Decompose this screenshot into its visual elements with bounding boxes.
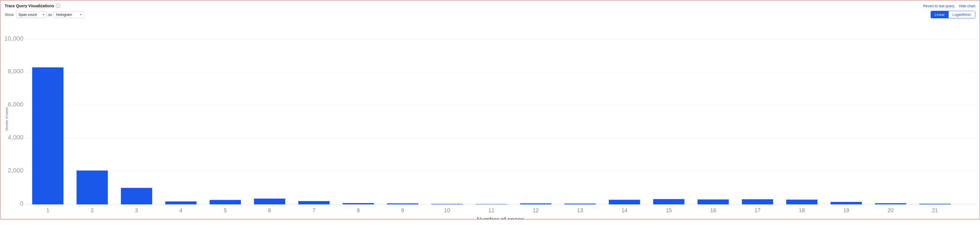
bar-11 (476, 204, 507, 205)
x-tick-1: 1 (46, 208, 49, 214)
x-tick-20: 20 (888, 208, 894, 214)
as-label: as (48, 13, 52, 17)
controls-row: Show Span count ▾ as histogram ▾ Linear … (5, 11, 975, 18)
chart-type-chevron: ▾ (80, 13, 81, 16)
x-tick-15: 15 (666, 208, 672, 214)
header-row: Trace Query Visualizations i Revert to l… (5, 3, 975, 8)
x-tick-12: 12 (533, 208, 539, 214)
bar-2 (76, 171, 108, 205)
x-tick-11: 11 (488, 208, 495, 214)
bar-5 (210, 200, 241, 205)
bar-10 (431, 204, 463, 205)
bar-12 (520, 203, 551, 205)
metric-dropdown[interactable]: Span count ▾ (16, 11, 47, 18)
metric-dropdown-chevron: ▾ (43, 13, 44, 16)
chart-area: Number of traces 10,000 8,000 (5, 22, 975, 216)
trace-query-visualizations-panel: Trace Query Visualizations i Revert to l… (0, 0, 980, 219)
x-axis-label: Number of spans (477, 216, 524, 219)
x-tick-7: 7 (312, 208, 315, 214)
x-tick-16: 16 (710, 208, 716, 214)
x-tick-8: 8 (357, 208, 360, 214)
x-tick-13: 13 (577, 208, 583, 214)
bar-16 (698, 200, 729, 205)
x-tick-14: 14 (622, 208, 628, 214)
bar-3 (121, 188, 152, 204)
bar-17 (742, 199, 773, 204)
bar-21 (919, 204, 951, 204)
panel-title: Trace Query Visualizations (5, 3, 54, 8)
chart-type-dropdown[interactable]: histogram ▾ (54, 11, 84, 18)
x-tick-9: 9 (401, 208, 404, 214)
revert-link[interactable]: Revert to last query (923, 4, 955, 8)
bar-9 (387, 203, 418, 205)
y-tick-10000: 10,000 (4, 35, 23, 42)
show-label: Show (5, 13, 14, 17)
y-tick-8000: 8,000 (8, 68, 23, 75)
x-tick-2: 2 (91, 208, 94, 214)
x-tick-19: 19 (843, 208, 849, 214)
y-tick-6000: 6,000 (8, 101, 23, 108)
bar-7 (298, 201, 329, 205)
logarithmic-button[interactable]: Logarithmic (949, 11, 975, 18)
bar-19 (830, 202, 862, 205)
y-tick-2000: 2,000 (8, 167, 23, 174)
bar-6 (254, 198, 285, 205)
linear-button[interactable]: Linear (931, 11, 949, 18)
bar-14 (609, 200, 640, 205)
scale-buttons: Linear Logarithmic (931, 11, 975, 18)
x-tick-6: 6 (268, 208, 271, 214)
info-icon[interactable]: i (56, 3, 60, 8)
y-tick-0: 0 (20, 200, 24, 207)
y-tick-4000: 4,000 (8, 134, 23, 141)
bar-8 (343, 203, 374, 205)
bar-18 (786, 200, 818, 205)
bar-15 (653, 199, 684, 205)
header-actions: Revert to last query Hide chart (923, 4, 975, 8)
show-area: Show Span count ▾ as histogram ▾ (5, 11, 84, 18)
bar-13 (564, 204, 596, 205)
x-tick-17: 17 (754, 208, 760, 214)
bar-4 (165, 201, 197, 205)
hide-chart-link[interactable]: Hide chart (959, 4, 975, 8)
x-tick-21: 21 (932, 208, 938, 214)
histogram-chart: 10,000 8,000 6,000 4,000 2,000 0 (9, 22, 975, 216)
x-tick-3: 3 (135, 208, 138, 214)
y-axis-label: Number of traces (5, 107, 8, 131)
x-tick-18: 18 (799, 208, 805, 214)
bar-1 (32, 67, 64, 205)
x-tick-4: 4 (180, 208, 183, 214)
x-tick-5: 5 (224, 208, 227, 214)
bar-20 (875, 203, 906, 205)
title-area: Trace Query Visualizations i (5, 3, 60, 8)
x-tick-10: 10 (444, 208, 450, 214)
